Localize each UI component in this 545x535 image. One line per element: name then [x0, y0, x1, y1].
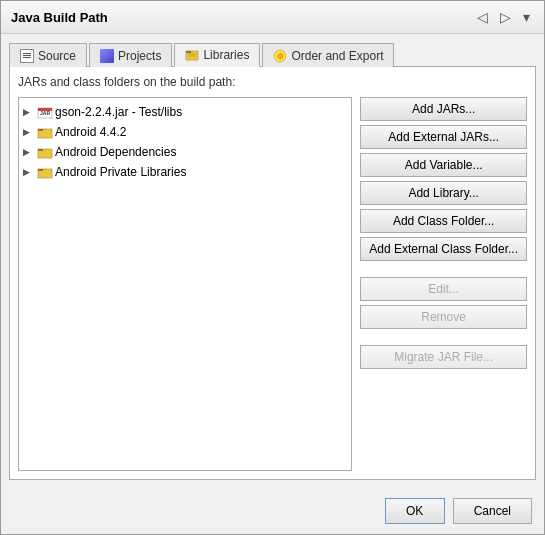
projects-icon: [100, 49, 114, 63]
projects-tab-icon: [100, 49, 114, 63]
title-bar: Java Build Path ◁ ▷ ▾: [1, 1, 544, 34]
lib-icon: [37, 125, 53, 139]
expand-arrow-android442[interactable]: ▶: [23, 127, 35, 137]
forward-button[interactable]: ▷: [496, 7, 515, 27]
edit-button[interactable]: Edit...: [360, 277, 527, 301]
tree-item-android-deps[interactable]: ▶ Android Dependencies: [19, 142, 351, 162]
tab-source-label: Source: [38, 49, 76, 63]
source-icon: [20, 49, 34, 63]
remove-button[interactable]: Remove: [360, 305, 527, 329]
tree-item-gson-label: gson-2.2.4.jar - Test/libs: [55, 105, 182, 119]
tree-item-android-private[interactable]: ▶ Android Private Libraries: [19, 162, 351, 182]
libraries-icon: [185, 48, 199, 62]
tab-order-label: Order and Export: [291, 49, 383, 63]
jar-icon: JAR: [37, 105, 53, 119]
lib-icon-android442: [37, 124, 53, 140]
source-tab-icon: [20, 49, 34, 63]
add-jars-button[interactable]: Add JARs...: [360, 97, 527, 121]
dialog-title: Java Build Path: [11, 10, 108, 25]
expand-arrow-android-private[interactable]: ▶: [23, 167, 35, 177]
svg-rect-12: [38, 149, 43, 151]
lib-icon-android-deps: [37, 144, 53, 160]
tab-projects[interactable]: Projects: [89, 43, 172, 67]
svg-text:⚙: ⚙: [277, 52, 284, 61]
svg-text:JAR: JAR: [40, 110, 50, 116]
tree-item-android442[interactable]: ▶ Android 4.4.2: [19, 122, 351, 142]
libraries-tab-icon: [185, 48, 199, 62]
add-external-jars-button[interactable]: Add External JARs...: [360, 125, 527, 149]
back-button[interactable]: ◁: [473, 7, 492, 27]
lib-icon-android-private: [37, 164, 53, 180]
add-external-class-folder-button[interactable]: Add External Class Folder...: [360, 237, 527, 261]
dialog-footer: OK Cancel: [1, 488, 544, 534]
tree-panel[interactable]: ▶ JAR gson-2.2.4.jar - Test/libs ▶: [18, 97, 352, 471]
tree-item-android-deps-label: Android Dependencies: [55, 145, 176, 159]
description-text: JARs and class folders on the build path…: [18, 75, 527, 89]
tab-libraries[interactable]: Libraries: [174, 43, 260, 67]
tab-order[interactable]: ⚙ Order and Export: [262, 43, 394, 67]
dialog-content: Source Projects Libraries: [1, 34, 544, 488]
dropdown-button[interactable]: ▾: [519, 7, 534, 27]
content-row: ▶ JAR gson-2.2.4.jar - Test/libs ▶: [18, 97, 527, 471]
tree-item-android-private-label: Android Private Libraries: [55, 165, 186, 179]
title-controls: ◁ ▷ ▾: [473, 7, 534, 27]
tab-projects-label: Projects: [118, 49, 161, 63]
expand-arrow-android-deps[interactable]: ▶: [23, 147, 35, 157]
add-variable-button[interactable]: Add Variable...: [360, 153, 527, 177]
add-library-button[interactable]: Add Library...: [360, 181, 527, 205]
lib-icon-2: [37, 145, 53, 159]
tree-item-gson[interactable]: ▶ JAR gson-2.2.4.jar - Test/libs: [19, 102, 351, 122]
svg-rect-14: [38, 169, 43, 171]
order-tab-icon: ⚙: [273, 49, 287, 63]
cancel-button[interactable]: Cancel: [453, 498, 532, 524]
migrate-jar-button[interactable]: Migrate JAR File...: [360, 345, 527, 369]
main-area: JARs and class folders on the build path…: [9, 66, 536, 480]
tab-source[interactable]: Source: [9, 43, 87, 67]
lib-icon-3: [37, 165, 53, 179]
add-class-folder-button[interactable]: Add Class Folder...: [360, 209, 527, 233]
ok-button[interactable]: OK: [385, 498, 445, 524]
order-icon: ⚙: [273, 49, 287, 63]
tree-item-android442-label: Android 4.4.2: [55, 125, 126, 139]
buttons-panel: Add JARs... Add External JARs... Add Var…: [360, 97, 527, 471]
tab-bar: Source Projects Libraries: [9, 42, 536, 67]
button-spacer: [360, 265, 527, 273]
svg-rect-1: [186, 51, 191, 53]
expand-arrow-gson[interactable]: ▶: [23, 107, 35, 117]
jar-icon-gson: JAR: [37, 104, 53, 120]
svg-rect-10: [38, 129, 43, 131]
button-spacer-2: [360, 333, 527, 341]
java-build-path-dialog: Java Build Path ◁ ▷ ▾ Source: [0, 0, 545, 535]
tab-libraries-label: Libraries: [203, 48, 249, 62]
